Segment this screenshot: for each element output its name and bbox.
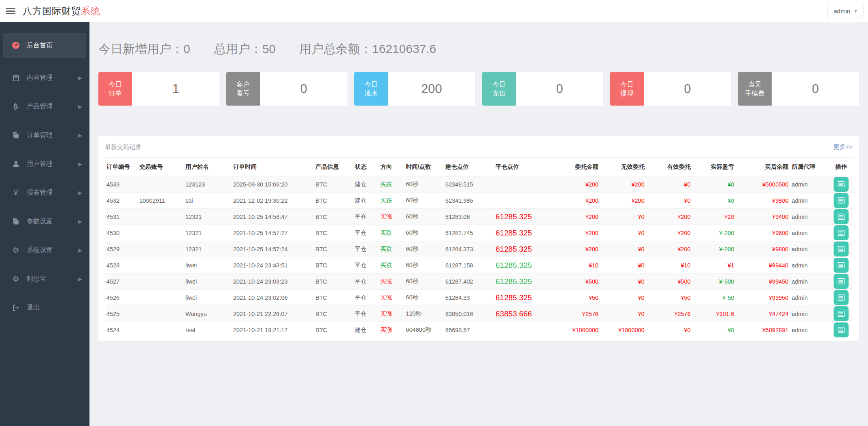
order-detail-button[interactable] <box>834 306 849 321</box>
cell-amount: ¥200 <box>551 209 600 225</box>
cell-id: 4527 <box>105 273 138 290</box>
content-area: 今日新增用户：0 总用户：50 用户总余额：16210637.6 今日订单1客户… <box>89 22 868 426</box>
cell-name: liwei <box>184 273 232 290</box>
sidebar-item-dashboard[interactable]: 后台首页 <box>3 33 86 58</box>
cell-invalid: ¥0 <box>600 209 646 225</box>
cell-agent: admin <box>790 176 830 193</box>
order-detail-button[interactable] <box>834 209 849 224</box>
cell-name: Wangyu <box>184 306 232 322</box>
list-icon <box>838 327 845 333</box>
column-header-action: 操作 <box>830 158 853 176</box>
cell-invalid: ¥0 <box>600 257 646 273</box>
cell-time: 2021-10-24 23:43:51 <box>232 257 314 273</box>
sidebar-item-user[interactable]: 用户管理▶ <box>0 150 89 178</box>
cell-direction: 买涨 <box>379 290 404 306</box>
cell-invalid: ¥0 <box>600 290 646 306</box>
cell-open: 62341.985 <box>444 193 494 209</box>
cell-name: 123123 <box>184 176 232 193</box>
cell-valid: ¥200 <box>646 225 692 241</box>
trades-table: 订单编号交易账号用户姓名订单时间产品信息状态方向时间/点数建仓点位平仓点位委托金… <box>105 157 853 338</box>
cell-account <box>138 306 184 322</box>
cell-open: 61287.402 <box>444 273 494 290</box>
list-icon <box>838 214 845 220</box>
cell-profit: ¥0 <box>692 193 736 209</box>
cell-agent: admin <box>790 193 830 209</box>
cell-id: 4524 <box>105 322 138 338</box>
chevron-right-icon: ▶ <box>78 218 82 225</box>
order-detail-button[interactable] <box>834 193 849 208</box>
cell-valid: ¥500 <box>646 273 692 290</box>
column-header-close: 平仓点位 <box>494 158 551 176</box>
list-icon <box>838 246 845 252</box>
cell-agent: admin <box>790 306 830 322</box>
stat-card-today-deposit: 今日充值0 <box>482 72 603 106</box>
cell-open: 62348.515 <box>444 176 494 193</box>
cell-id: 4526 <box>105 290 138 306</box>
cell-invalid: ¥1000000 <box>600 322 646 338</box>
list-icon <box>838 230 845 236</box>
sidebar-item-label: 产品管理 <box>27 102 53 111</box>
column-header-status: 状态 <box>353 158 379 176</box>
order-detail-button[interactable] <box>834 177 849 192</box>
sidebar-item-logout[interactable]: 退出 <box>0 293 89 322</box>
list-icon <box>838 311 845 317</box>
more-link[interactable]: 更多>> <box>833 143 853 151</box>
svg-text:B: B <box>13 104 18 110</box>
cell-direction: 买跌 <box>379 257 404 273</box>
cell-product: BTC <box>314 322 353 338</box>
table-row: 4524real2021-10-21 19:21:17BTC建仓买涨604800… <box>105 322 853 338</box>
cell-action <box>830 209 853 225</box>
order-detail-button[interactable] <box>834 290 849 305</box>
cell-duration: 60秒 <box>404 193 444 209</box>
cell-profit: ¥0 <box>692 322 736 338</box>
stat-card-value: 200 <box>388 72 475 106</box>
sidebar-item-system[interactable]: ⚙系统设置▶ <box>0 236 89 265</box>
sidebar-item-product[interactable]: B产品管理▶ <box>0 92 89 121</box>
cell-close <box>494 176 551 193</box>
app-window: 八方国际财贸系统 admin ▼ 后台首页内容管理▶B产品管理▶订单管理▶用户管… <box>0 0 868 426</box>
order-detail-button[interactable] <box>834 258 849 273</box>
cell-open: 61283.06 <box>444 209 494 225</box>
table-row: 4528liwei2021-10-24 23:43:51BTC平仓买跌60秒61… <box>105 257 853 273</box>
user-menu-button[interactable]: admin ▼ <box>828 3 864 19</box>
cell-open: 61287.158 <box>444 257 494 273</box>
cell-agent: admin <box>790 209 830 225</box>
cell-action <box>830 193 853 209</box>
cell-time: 2021-10-21 19:21:17 <box>232 322 314 338</box>
stat-card-value: 0 <box>772 72 859 106</box>
sidebar-item-report[interactable]: ¥报表管理▶ <box>0 178 89 207</box>
cell-amount: ¥1000000 <box>551 322 600 338</box>
cell-account <box>138 322 184 338</box>
table-row: 4527liwei2021-10-24 23:03:23BTC平仓买涨60秒61… <box>105 273 853 290</box>
panel-title: 最新交易记录 <box>105 143 141 151</box>
sidebar-item-order[interactable]: 订单管理▶ <box>0 121 89 150</box>
sidebar-item-label: 订单管理 <box>27 131 53 140</box>
cell-amount: ¥500 <box>551 273 600 290</box>
order-detail-button[interactable] <box>834 322 849 337</box>
hamburger-menu-icon[interactable] <box>6 7 15 15</box>
cell-account <box>138 273 184 290</box>
sidebar-item-content[interactable]: 内容管理▶ <box>0 64 89 92</box>
stat-card-today-withdraw: 今日提现0 <box>610 72 731 106</box>
cell-amount: ¥200 <box>551 176 600 193</box>
order-detail-button[interactable] <box>834 225 849 240</box>
cell-status: 建仓 <box>353 193 379 209</box>
chevron-right-icon: ▶ <box>78 276 82 282</box>
table-row: 4526liwei2021-10-24 23:02:06BTC平仓买涨60秒61… <box>105 290 853 306</box>
order-detail-button[interactable] <box>834 242 849 256</box>
table-row: 453210002911sai2021-12-02 19:30:22BTC建仓买… <box>105 193 853 209</box>
trades-table-body: 45331231232025-08-30 15:03:20BTC建仓买跌60秒6… <box>105 176 853 338</box>
order-detail-button[interactable] <box>834 274 849 289</box>
stat-total-balance-label: 用户总余额： <box>299 42 372 55</box>
sidebar-item-params[interactable]: 参数设置▶ <box>0 207 89 236</box>
cell-duration: 60秒 <box>404 225 444 241</box>
cell-account <box>138 241 184 257</box>
panel-header: 最新交易记录 更多>> <box>105 136 853 157</box>
cell-balance: ¥5092891 <box>736 322 790 338</box>
cell-product: BTC <box>314 225 353 241</box>
cell-profit: ¥1 <box>692 257 736 273</box>
cell-balance: ¥9800 <box>736 241 790 257</box>
sidebar-item-interest[interactable]: ⚙利息宝▶ <box>0 265 89 293</box>
cell-account <box>138 209 184 225</box>
stat-total-users-value: 50 <box>262 42 276 55</box>
